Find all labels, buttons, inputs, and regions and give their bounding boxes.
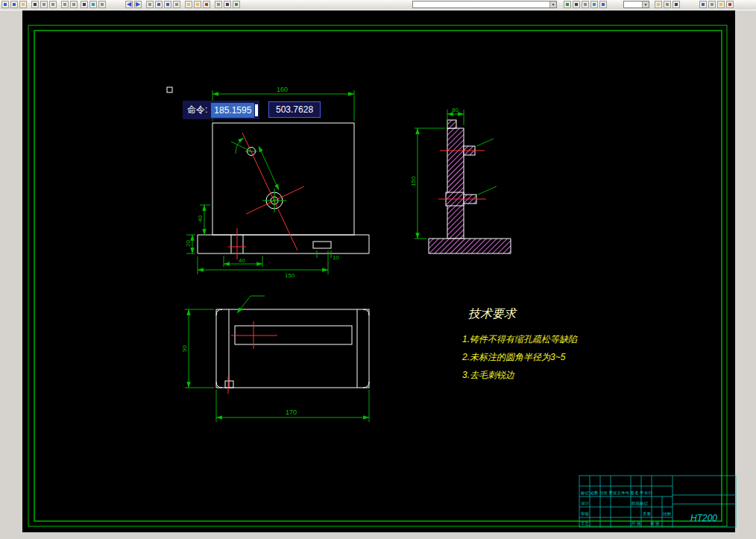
- tools-group: [655, 1, 680, 8]
- main-toolbar: ◀ ▶ ▼: [0, 0, 756, 10]
- application-window: ◀ ▶ ▼: [0, 0, 756, 539]
- file-group: [1, 1, 27, 8]
- titleblock-process-label: 工艺: [581, 521, 590, 526]
- zoom-previous-icon[interactable]: [173, 1, 180, 8]
- dim-front-base-step: 10: [333, 254, 339, 261]
- open-drawing-icon[interactable]: [19, 1, 27, 8]
- color-control-icon[interactable]: [203, 1, 210, 8]
- drawing-canvas[interactable]: 160 40 20 40 150 10 80 1: [0, 0, 756, 539]
- zoom-group: [146, 1, 180, 8]
- tech-requirements-title: 技术要求: [468, 307, 517, 320]
- command-y-input-box: 503.7628: [268, 101, 321, 118]
- print-preview-icon[interactable]: [49, 1, 57, 8]
- measure-icon[interactable]: [655, 1, 662, 8]
- app-menu-icon[interactable]: [1, 1, 9, 8]
- save-group: [31, 1, 57, 8]
- dim-front-width: 160: [277, 86, 288, 93]
- undo-icon[interactable]: ◀: [125, 1, 133, 8]
- plot-icon[interactable]: [40, 1, 48, 8]
- zoom-window-icon[interactable]: [164, 1, 171, 8]
- linetype-icon[interactable]: [215, 1, 222, 8]
- dim-top-width: 90: [181, 345, 188, 352]
- text-cursor: [255, 104, 258, 116]
- redo-icon[interactable]: ▶: [134, 1, 142, 8]
- zoom-realtime-icon[interactable]: [155, 1, 163, 8]
- render-icon[interactable]: [672, 1, 680, 8]
- help-icon[interactable]: [717, 1, 725, 8]
- color-combo[interactable]: ▼: [623, 1, 649, 8]
- titleblock-sheets-label: 共 张: [631, 521, 641, 526]
- match-properties-icon[interactable]: [89, 1, 97, 8]
- group-icon[interactable]: [664, 1, 671, 8]
- layer-manager-icon[interactable]: [185, 1, 192, 8]
- block-icon[interactable]: [590, 1, 598, 8]
- layer-combo[interactable]: ▼: [412, 1, 557, 8]
- titleblock-material: HT200: [690, 513, 717, 523]
- titleblock-stage-label: 阶段标记: [631, 501, 649, 506]
- titleblock-check-label: 审核: [581, 511, 590, 516]
- properties-group: [215, 1, 240, 8]
- chevron-down-icon[interactable]: ▼: [642, 1, 649, 7]
- properties-icon[interactable]: [233, 1, 240, 8]
- lineweight-icon[interactable]: [224, 1, 231, 8]
- pan-icon[interactable]: [146, 1, 154, 8]
- command-label: 命令:: [187, 104, 207, 116]
- tech-requirement-2: 2.未标注的圆角半径为3~5: [462, 352, 566, 362]
- copy-icon[interactable]: [70, 1, 78, 8]
- annotate-group: [564, 1, 607, 8]
- tech-requirement-3: 3.去毛刺锐边: [462, 370, 514, 380]
- layer-states-icon[interactable]: [194, 1, 201, 8]
- tech-requirement-1: 1.铸件不得有缩孔疏松等缺陷: [462, 334, 578, 344]
- text-icon[interactable]: [573, 1, 580, 8]
- titleblock-mark-row: 标记 处数 分区 更改文件号 签名 年月日: [580, 491, 652, 496]
- clipboard-group-a: [61, 1, 78, 8]
- hatch-icon[interactable]: [599, 1, 607, 8]
- command-x-input[interactable]: 185.1595: [211, 103, 254, 118]
- dim-side-top-width: 80: [452, 107, 459, 113]
- titleblock-mass-label: 质量: [643, 511, 652, 516]
- clipboard-group-b: [81, 1, 106, 8]
- dim-front-slot-offset: 40: [239, 257, 245, 264]
- save-icon[interactable]: [31, 1, 39, 8]
- dim-side-height: 150: [410, 176, 417, 186]
- dim-front-left-base: 20: [185, 240, 192, 247]
- settings-icon[interactable]: [708, 1, 716, 8]
- command-prompt: 命令: 185.1595: [183, 101, 259, 119]
- undo-group: ◀ ▶: [125, 1, 142, 8]
- cut-icon[interactable]: [61, 1, 69, 8]
- table-icon[interactable]: [582, 1, 589, 8]
- model-space[interactable]: [22, 10, 735, 532]
- erase-icon[interactable]: [98, 1, 106, 8]
- titleblock-design-label: 设计: [581, 501, 590, 505]
- chevron-down-icon[interactable]: ▼: [549, 1, 556, 7]
- dim-front-left-height: 40: [197, 215, 204, 222]
- titleblock-sheetno-label: 第 张: [650, 521, 660, 526]
- command-y-input[interactable]: 503.7628: [276, 104, 313, 115]
- dim-front-base-length: 150: [285, 272, 295, 279]
- dim-top-length: 170: [286, 409, 297, 416]
- help-group: [699, 1, 734, 8]
- paste-icon[interactable]: [81, 1, 88, 8]
- info-icon[interactable]: [726, 1, 734, 8]
- dimension-icon[interactable]: [564, 1, 571, 8]
- toolbox-icon[interactable]: [699, 1, 707, 8]
- new-drawing-icon[interactable]: [10, 1, 18, 8]
- titleblock-scale-label: 比例: [663, 511, 671, 517]
- layer-group: [185, 1, 210, 8]
